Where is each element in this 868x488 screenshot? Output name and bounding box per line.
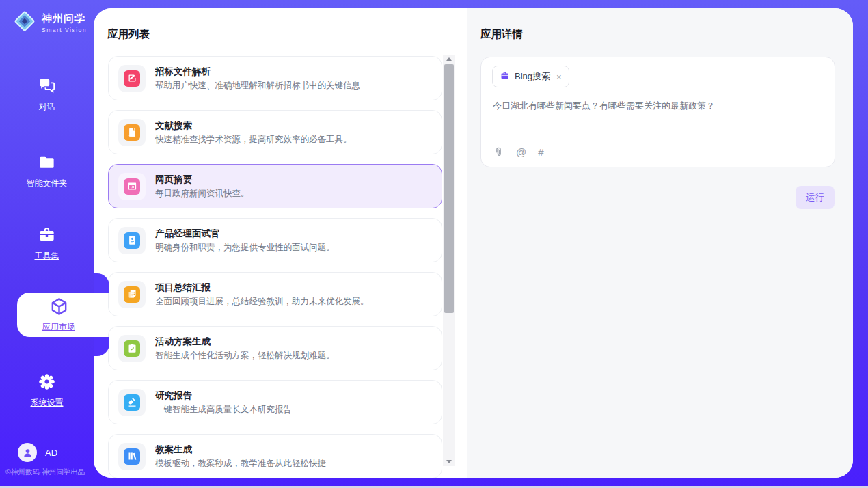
edit-doc-icon — [118, 65, 146, 92]
sidebar-item-label: 对话 — [39, 101, 55, 113]
scrollbar-up-arrow[interactable] — [443, 55, 455, 64]
app-card-desc: 模板驱动，教案秒成，教学准备从此轻松快捷 — [155, 459, 326, 468]
prompt-input-card: Bing搜索 × 今日湖北有哪些新闻要点？有哪些需要关注的最新政策？ @ # — [480, 57, 835, 167]
query-input[interactable]: 今日湖北有哪些新闻要点？有哪些需要关注的最新政策？ — [493, 99, 821, 113]
brand-name: 神州问学 — [42, 12, 87, 25]
sidebar-item-label: 智能文件夹 — [27, 178, 68, 189]
book-icon — [118, 119, 146, 146]
app-card-title: 招标文件解析 — [155, 67, 360, 77]
gear-icon — [38, 372, 56, 394]
avatar — [18, 443, 37, 462]
user-name: AD — [45, 448, 57, 458]
app-card[interactable]: 产品经理面试官明确身份和职责，为您提供专业性的面试问题。 — [108, 218, 442, 262]
app-card-title: 活动方案生成 — [155, 337, 335, 347]
attachment-toolbar: @ # — [493, 146, 544, 158]
app-detail-title: 应用详情 — [480, 27, 523, 42]
notes-icon — [118, 281, 146, 308]
toolbox-icon — [38, 226, 56, 247]
app-card-desc: 快速精准查找学术资源，提高研究效率的必备工具。 — [155, 135, 352, 144]
scrollbar-down-arrow[interactable] — [443, 457, 455, 466]
tool-tag-close-icon[interactable]: × — [556, 72, 562, 82]
app-card[interactable]: 网页摘要每日政府新闻资讯快查。 — [108, 164, 442, 208]
app-list-title: 应用列表 — [107, 27, 150, 42]
app-card[interactable]: 招标文件解析帮助用户快速、准确地理解和解析招标书中的关键信息 — [108, 56, 442, 100]
run-button[interactable]: 运行 — [796, 186, 835, 209]
user-icon — [22, 447, 33, 459]
app-card-title: 研究报告 — [155, 391, 292, 401]
brand-subtitle: Smart Vision — [42, 27, 87, 33]
app-card-title: 网页摘要 — [155, 175, 249, 185]
main-content: 应用列表 招标文件解析帮助用户快速、准确地理解和解析招标书中的关键信息文献搜索快… — [94, 8, 853, 478]
app-list-panel: 应用列表 招标文件解析帮助用户快速、准确地理解和解析招标书中的关键信息文献搜索快… — [94, 8, 467, 478]
app-card-desc: 帮助用户快速、准确地理解和解析招标书中的关键信息 — [155, 81, 360, 90]
resume-icon — [118, 227, 146, 254]
microscope-icon — [118, 389, 146, 416]
app-card-title: 项目总结汇报 — [155, 283, 369, 293]
scrollbar-thumb[interactable] — [444, 64, 454, 313]
sidebar: 神州问学 Smart Vision 对话 智能文件夹 工具集 系统设置 AD ©… — [0, 0, 94, 488]
sidebar-item-toolset[interactable]: 工具集 — [0, 226, 94, 262]
paperclip-icon[interactable] — [493, 146, 504, 158]
browser-code-icon — [118, 173, 146, 200]
app-card[interactable]: 活动方案生成智能生成个性化活动方案，轻松解决规划难题。 — [108, 326, 442, 370]
app-card-desc: 智能生成个性化活动方案，轻松解决规划难题。 — [155, 351, 335, 360]
clipboard-check-icon — [118, 335, 146, 362]
app-detail-panel: 应用详情 Bing搜索 × 今日湖北有哪些新闻要点？有哪些需要关注的最新政策？ … — [467, 8, 853, 478]
cube-icon — [49, 297, 69, 319]
sidebar-item-label: 系统设置 — [31, 397, 64, 409]
scrollbar — [443, 55, 455, 466]
brand-diamond-icon — [12, 9, 37, 36]
sidebar-item-settings[interactable]: 系统设置 — [0, 372, 94, 409]
app-card[interactable]: 文献搜索快速精准查找学术资源，提高研究效率的必备工具。 — [108, 110, 442, 154]
sidebar-item-smart-folder[interactable]: 智能文件夹 — [0, 153, 94, 189]
briefcase-icon — [500, 70, 510, 83]
app-card-desc: 全面回顾项目进展，总结经验教训，助力未来优化发展。 — [155, 297, 369, 306]
books-icon — [118, 443, 146, 470]
copyright-footer: ©神州数码·神州问学出品 — [5, 467, 94, 477]
hashtag-icon[interactable]: # — [538, 147, 543, 157]
chat-icon — [38, 77, 56, 98]
app-card[interactable]: 项目总结汇报全面回顾项目进展，总结经验教训，助力未来优化发展。 — [108, 272, 442, 316]
tool-tag-bing-search[interactable]: Bing搜索 × — [492, 66, 569, 87]
brand-logo: 神州问学 Smart Vision — [12, 9, 87, 36]
sidebar-item-chat[interactable]: 对话 — [0, 77, 94, 113]
mention-icon[interactable]: @ — [516, 147, 526, 157]
sidebar-item-label: 工具集 — [35, 250, 59, 262]
user-account[interactable]: AD — [18, 443, 57, 462]
folder-icon — [38, 153, 56, 174]
sidebar-item-app-market[interactable]: 应用市场 — [17, 293, 100, 337]
app-card-list: 招标文件解析帮助用户快速、准确地理解和解析招标书中的关键信息文献搜索快速精准查找… — [108, 56, 442, 478]
app-card[interactable]: 研究报告一键智能生成高质量长文本研究报告 — [108, 380, 442, 424]
app-card-desc: 每日政府新闻资讯快查。 — [155, 189, 249, 198]
app-card[interactable]: 教案生成模板驱动，教案秒成，教学准备从此轻松快捷 — [108, 434, 442, 478]
app-card-title: 产品经理面试官 — [155, 229, 335, 239]
app-card-title: 文献搜索 — [155, 121, 352, 131]
app-card-desc: 一键智能生成高质量长文本研究报告 — [155, 405, 292, 414]
app-card-title: 教案生成 — [155, 445, 326, 455]
tool-tag-label: Bing搜索 — [515, 70, 550, 83]
sidebar-item-label: 应用市场 — [42, 321, 75, 333]
app-card-desc: 明确身份和职责，为您提供专业性的面试问题。 — [155, 243, 335, 252]
